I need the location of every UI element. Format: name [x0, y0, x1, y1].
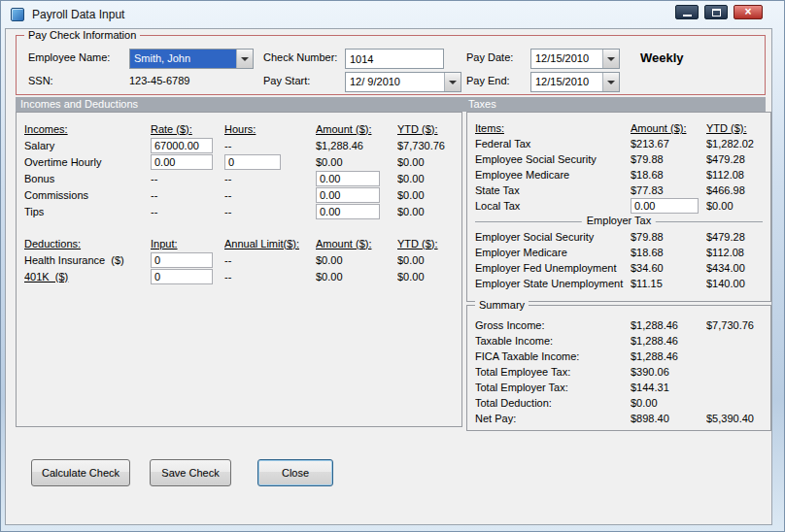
commissions-amount-input[interactable]: [316, 187, 380, 203]
section-taxes: Taxes: [468, 97, 496, 112]
summary-item: Total Employer Tax:: [475, 382, 631, 393]
deduction-ytd: $0.00: [397, 254, 461, 266]
incomes-deductions-panel: Incomes: Rate ($): Hours: Amount ($): YT…: [16, 112, 462, 427]
pay-end-dropdown-button[interactable]: [602, 73, 619, 91]
tax-amount: $18.68: [631, 247, 706, 258]
save-check-button[interactable]: Save Check: [150, 459, 231, 486]
pay-date-picker[interactable]: 12/15/2010: [530, 49, 620, 69]
summary-row-total-deduction: Total Deduction: $0.00: [467, 395, 770, 411]
salary-rate-input[interactable]: [151, 138, 213, 153]
employer-tax-label: Employer Tax: [582, 215, 656, 226]
income-hours: --: [224, 206, 316, 217]
income-name: Bonus: [24, 173, 151, 184]
income-row-overtime: Overtime Hourly $0.00 $0.00: [17, 153, 461, 170]
tax-item: Local Tax: [475, 200, 631, 212]
income-hours: --: [224, 140, 316, 151]
incomes-col-ytd: YTD ($):: [397, 123, 461, 135]
tax-row-employer-ss: Employer Social Security $79.88 $479.28: [467, 229, 770, 245]
summary-item: Gross Income:: [475, 319, 631, 331]
taxes-panel: Items: Amount ($): YTD ($): Federal Tax …: [466, 112, 771, 302]
summary-item: FICA Taxable Income:: [475, 350, 631, 362]
tax-amount: $11.15: [631, 278, 706, 289]
incomes-header-row: Incomes: Rate ($): Hours: Amount ($): YT…: [17, 120, 461, 137]
tips-amount-input[interactable]: [316, 204, 380, 219]
income-row-tips: Tips -- -- $0.00: [17, 203, 461, 219]
deductions-header-row: Deductions: Input: Annual Limit($): Amou…: [17, 235, 461, 251]
tax-row-federal: Federal Tax $213.67 $1,282.02: [467, 136, 770, 151]
pay-end-picker[interactable]: 12/15/2010: [530, 72, 620, 92]
tax-amount: $77.83: [631, 184, 706, 196]
tax-ytd: $140.00: [706, 278, 770, 289]
local-tax-input[interactable]: [631, 198, 699, 214]
tax-item: Federal Tax: [475, 138, 631, 150]
income-ytd: $7,730.76: [397, 140, 461, 151]
employee-name-dropdown-button[interactable]: [236, 50, 253, 68]
deduction-401k-link[interactable]: 401K ($): [24, 271, 151, 283]
titlebar[interactable]: Payroll Data Input ×: [1, 1, 784, 28]
pay-start-picker[interactable]: 12/ 9/2010: [345, 72, 461, 92]
bonus-amount-input[interactable]: [316, 171, 380, 186]
close-button[interactable]: Close: [257, 459, 333, 486]
income-name: Tips: [24, 206, 151, 217]
income-rate: --: [151, 173, 224, 184]
taxes-header-row: Items: Amount ($): YTD ($):: [467, 120, 770, 136]
app-icon: [11, 8, 24, 21]
overtime-hours-input[interactable]: [224, 154, 281, 170]
taxes-col-ytd: YTD ($):: [706, 122, 770, 134]
summary-row-taxable: Taxable Income: $1,288.46: [467, 333, 770, 349]
income-row-commissions: Commissions -- -- $0.00: [17, 186, 461, 203]
summary-amount: $144.31: [631, 382, 706, 393]
tax-row-employer-medicare: Employer Medicare $18.68 $112.08: [467, 245, 770, 260]
summary-amount: $1,288.46: [631, 319, 706, 331]
window-controls: ×: [675, 5, 763, 19]
employee-name-value: Smith, John: [130, 50, 236, 68]
taxes-col-items: Items:: [475, 122, 631, 134]
pay-start-dropdown-button[interactable]: [444, 73, 461, 91]
pay-date-dropdown-button[interactable]: [602, 50, 619, 68]
tax-amount: $213.67: [631, 138, 706, 150]
summary-row-total-employee-tax: Total Employee Tax: $390.06: [467, 364, 770, 380]
health-insurance-input[interactable]: [151, 252, 213, 268]
ssn-value: 123-45-6789: [129, 75, 189, 86]
deductions-col-name: Deductions:: [24, 238, 151, 249]
close-icon: ×: [744, 6, 751, 18]
tax-ytd: $479.28: [706, 231, 770, 243]
section-incomes-deductions: Incomes and Deductions: [20, 98, 138, 110]
incomes-col-rate: Rate ($):: [151, 123, 224, 135]
summary-panel: Summary Gross Income: $1,288.46 $7,730.7…: [466, 305, 771, 431]
deduction-limit: --: [224, 254, 316, 266]
tax-row-state: State Tax $77.83 $466.98: [467, 183, 770, 198]
summary-amount: $1,288.46: [631, 335, 706, 347]
tax-amount: $34.60: [631, 262, 706, 274]
chevron-down-icon: [241, 57, 249, 61]
pay-date-label: Pay Date:: [466, 51, 513, 63]
check-number-input[interactable]: [345, 49, 444, 69]
pay-frequency-label: Weekly: [640, 50, 684, 65]
check-number-label: Check Number:: [263, 51, 337, 63]
income-name: Overtime Hourly: [24, 156, 151, 168]
tax-row-employer-state-unemployment: Employer State Unemployment $11.15 $140.…: [467, 276, 770, 291]
summary-ytd: $5,390.40: [706, 413, 770, 424]
window-title: Payroll Data Input: [32, 8, 124, 21]
employee-name-combobox[interactable]: Smith, John: [129, 49, 254, 69]
overtime-rate-input[interactable]: [151, 154, 213, 170]
deduction-amount: $0.00: [316, 254, 397, 266]
tax-row-employee-medicare: Employee Medicare $18.68 $112.08: [467, 167, 770, 183]
pay-start-label: Pay Start:: [263, 75, 310, 86]
tax-ytd: $1,282.02: [706, 138, 770, 150]
minimize-button[interactable]: [675, 5, 699, 19]
tax-ytd: $434.00: [706, 262, 770, 274]
maximize-button[interactable]: [704, 5, 728, 19]
income-ytd: $0.00: [397, 206, 461, 217]
calculate-check-button[interactable]: Calculate Check: [31, 459, 130, 486]
summary-row-total-employer-tax: Total Employer Tax: $144.31: [467, 380, 770, 395]
tax-ytd: $112.08: [706, 247, 770, 258]
income-row-bonus: Bonus -- -- $0.00: [17, 170, 461, 186]
form-surface: Pay Check Information Employee Name: Smi…: [5, 28, 772, 525]
deductions-col-input: Input:: [151, 238, 224, 249]
close-window-button[interactable]: ×: [734, 5, 763, 19]
401k-input[interactable]: [151, 269, 213, 284]
employee-name-label: Employee Name:: [28, 51, 110, 63]
deduction-limit: --: [224, 271, 316, 283]
taxes-col-amount: Amount ($):: [631, 122, 706, 134]
